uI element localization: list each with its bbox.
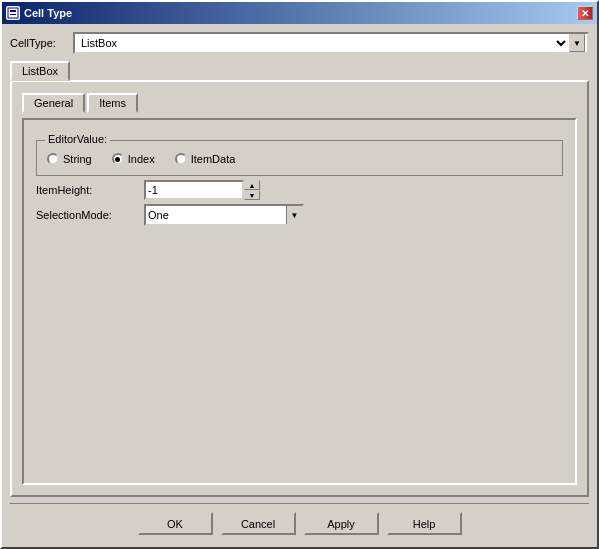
radio-itemdata-label: ItemData xyxy=(191,153,236,165)
radio-itemdata[interactable]: ItemData xyxy=(175,153,236,165)
cell-type-combo-arrow[interactable]: ▼ xyxy=(569,34,585,52)
window-title: Cell Type xyxy=(24,7,577,19)
tabs-container: ListBox General Items EditorValue: xyxy=(10,60,589,497)
radio-index-circle[interactable] xyxy=(112,153,124,165)
item-height-row: ItemHeight: ▲ ▼ xyxy=(36,180,563,200)
svg-rect-0 xyxy=(8,8,18,18)
inner-tab-bar: General Items xyxy=(22,92,577,112)
cell-type-combo[interactable]: ListBox ComboBox CheckBox ▼ xyxy=(73,32,589,54)
spin-up-button[interactable]: ▲ xyxy=(244,180,260,190)
spin-buttons: ▲ ▼ xyxy=(244,180,260,200)
cell-type-select[interactable]: ListBox ComboBox CheckBox xyxy=(75,36,569,50)
svg-rect-1 xyxy=(10,10,16,12)
tab-content: General Items EditorValue: String xyxy=(10,80,589,497)
cell-type-label: CellType: xyxy=(10,37,65,49)
title-bar: Cell Type ✕ xyxy=(2,2,597,24)
radio-index-label: Index xyxy=(128,153,155,165)
window-icon xyxy=(6,6,20,20)
radio-string[interactable]: String xyxy=(47,153,92,165)
bottom-buttons: OK Cancel Apply Help xyxy=(10,503,589,539)
spin-down-button[interactable]: ▼ xyxy=(244,190,260,200)
cell-type-dialog: Cell Type ✕ CellType: ListBox ComboBox C… xyxy=(0,0,599,549)
help-button[interactable]: Help xyxy=(387,512,462,535)
radio-index[interactable]: Index xyxy=(112,153,155,165)
item-height-label: ItemHeight: xyxy=(36,184,136,196)
item-height-spin[interactable]: ▲ ▼ xyxy=(144,180,260,200)
selection-mode-select[interactable]: One MultiSimple MultiExtended None xyxy=(146,206,286,224)
window-body: CellType: ListBox ComboBox CheckBox ▼ Li… xyxy=(2,24,597,547)
radio-string-label: String xyxy=(63,153,92,165)
editor-value-legend: EditorValue: xyxy=(45,133,110,145)
selection-mode-row: SelectionMode: One MultiSimple MultiExte… xyxy=(36,204,563,226)
tab-bar: ListBox xyxy=(10,60,589,80)
tab-listbox[interactable]: ListBox xyxy=(10,61,70,81)
apply-button[interactable]: Apply xyxy=(304,512,379,535)
cell-type-row: CellType: ListBox ComboBox CheckBox ▼ xyxy=(10,32,589,54)
inner-tab-content: EditorValue: String Index xyxy=(22,118,577,485)
editor-value-group: EditorValue: String Index xyxy=(36,140,563,176)
selection-mode-arrow[interactable]: ▼ xyxy=(286,206,302,224)
selection-mode-label: SelectionMode: xyxy=(36,209,136,221)
selection-mode-combo[interactable]: One MultiSimple MultiExtended None ▼ xyxy=(144,204,304,226)
item-height-input[interactable] xyxy=(144,180,244,200)
tab-general[interactable]: General xyxy=(22,93,85,113)
tab-items[interactable]: Items xyxy=(87,93,138,113)
radio-group: String Index ItemData xyxy=(47,149,552,165)
svg-rect-2 xyxy=(10,14,16,15)
radio-string-circle[interactable] xyxy=(47,153,59,165)
cancel-button[interactable]: Cancel xyxy=(221,512,296,535)
close-button[interactable]: ✕ xyxy=(577,6,593,20)
ok-button[interactable]: OK xyxy=(138,512,213,535)
radio-itemdata-circle[interactable] xyxy=(175,153,187,165)
